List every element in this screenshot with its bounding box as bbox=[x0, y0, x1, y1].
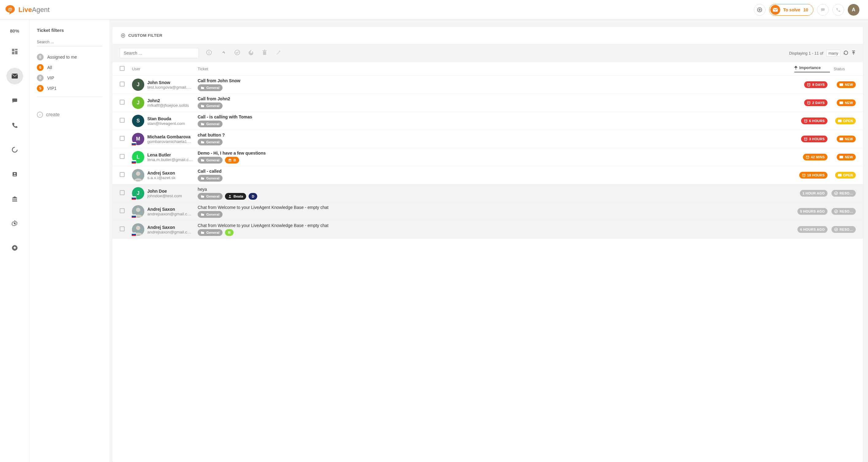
row-checkbox[interactable] bbox=[120, 172, 125, 177]
ticket-row[interactable]: MMichaela Gombarovagombarovamichaela1…ch… bbox=[112, 130, 863, 148]
phone-header-button[interactable] bbox=[832, 4, 844, 15]
nav-loading[interactable] bbox=[6, 141, 23, 158]
ticket-info: Chat from Welcome to your LiveAgent Know… bbox=[198, 205, 794, 218]
custom-filter-button[interactable]: CUSTOM FILTER bbox=[121, 33, 855, 38]
tag[interactable]: General bbox=[198, 229, 222, 236]
ticket-user: LLena Butlerlena.m.butler@gmail.c… bbox=[132, 151, 198, 163]
ticket-title: Demo - Hi, I have a few questions bbox=[198, 151, 794, 156]
row-checkbox[interactable] bbox=[120, 208, 125, 213]
user-name: Andrej Saxon bbox=[147, 207, 191, 212]
mail-icon bbox=[770, 5, 780, 15]
tag[interactable]: General bbox=[198, 102, 222, 109]
filter-item[interactable]: 0VIP bbox=[37, 73, 102, 83]
user-avatar bbox=[132, 169, 144, 181]
spam-action[interactable] bbox=[249, 50, 253, 57]
ticket-search-input[interactable] bbox=[120, 48, 199, 58]
chat-header-button[interactable] bbox=[817, 4, 829, 15]
tag[interactable]: R bbox=[225, 229, 234, 236]
ticket-row[interactable]: JJohn Snowtest.luongova@gmail.…Call from… bbox=[112, 76, 863, 94]
ticket-row[interactable]: JJohn2mfkaflf@jfioejioe.sofdsCall from J… bbox=[112, 94, 863, 112]
forward-action[interactable] bbox=[220, 50, 226, 57]
ticket-row[interactable]: SStan Boudastan@liveagent.comCall - is c… bbox=[112, 112, 863, 130]
nav-settings[interactable] bbox=[6, 215, 23, 232]
status-pill: NEW bbox=[837, 136, 856, 142]
to-solve-label: To solve bbox=[783, 7, 801, 12]
row-checkbox[interactable] bbox=[120, 118, 125, 123]
ticket-info: Call from John2General bbox=[198, 96, 794, 109]
tag[interactable]: General bbox=[198, 121, 222, 127]
select-all-checkbox[interactable] bbox=[120, 66, 125, 71]
phone-nav-icon bbox=[12, 122, 18, 128]
ticket-row[interactable]: Andrej Saxons.a.x.i@azet.skCall - called… bbox=[112, 166, 863, 185]
ticket-row[interactable]: Andrej Saxonandrejsaxon@gmail.c…Chat fro… bbox=[112, 202, 863, 221]
user-avatar: J bbox=[132, 78, 144, 91]
tag[interactable]: D bbox=[249, 193, 257, 200]
ticket-user: Andrej Saxons.a.x.i@azet.sk bbox=[132, 169, 198, 181]
row-checkbox[interactable] bbox=[120, 81, 125, 87]
nav-dashboard[interactable] bbox=[6, 43, 23, 60]
tag[interactable]: Beata bbox=[225, 193, 246, 200]
col-status-header[interactable]: Status bbox=[830, 67, 856, 71]
col-ticket-header[interactable]: Ticket bbox=[198, 67, 794, 71]
user-email: johndoe@test.com bbox=[147, 194, 182, 198]
refresh-button[interactable] bbox=[843, 50, 848, 56]
nav-tickets[interactable] bbox=[6, 68, 23, 85]
row-checkbox[interactable] bbox=[120, 154, 125, 159]
paging-select[interactable]: many bbox=[826, 50, 840, 57]
tag[interactable]: General bbox=[198, 85, 222, 91]
nav-calls[interactable] bbox=[6, 117, 23, 133]
delete-action[interactable] bbox=[262, 50, 267, 57]
tag[interactable]: General bbox=[198, 211, 222, 218]
user-email: test.luongova@gmail.… bbox=[147, 85, 191, 90]
contacts-icon bbox=[12, 171, 18, 177]
filter-item[interactable]: 5VIP1 bbox=[37, 83, 102, 94]
user-email: andrejsaxon@gmail.c… bbox=[147, 212, 191, 216]
ticket-row[interactable]: JJohn Doejohndoe@test.comheyaGeneralBeat… bbox=[112, 185, 863, 202]
user-name: Michaela Gombarova bbox=[147, 134, 191, 139]
user-avatar: L bbox=[132, 151, 144, 163]
create-label: create bbox=[46, 112, 60, 118]
collapse-button[interactable] bbox=[851, 50, 856, 56]
nav-chats[interactable] bbox=[6, 92, 23, 109]
col-user-header[interactable]: User bbox=[132, 67, 198, 71]
row-checkbox[interactable] bbox=[120, 190, 125, 195]
tag[interactable]: General bbox=[198, 175, 222, 182]
row-checkbox[interactable] bbox=[120, 226, 125, 231]
nav-extensions[interactable] bbox=[6, 240, 23, 256]
to-solve-button[interactable]: To solve 10 bbox=[769, 4, 813, 15]
ticket-info: Demo - Hi, I have a few questionsGeneral… bbox=[198, 151, 794, 164]
col-importance-header[interactable]: Importance bbox=[794, 65, 830, 72]
filter-item[interactable]: 0Assigned to me bbox=[37, 52, 102, 62]
filters-title: Ticket filters bbox=[37, 28, 102, 33]
envelope-icon bbox=[11, 73, 18, 79]
user-avatar-button[interactable]: A bbox=[848, 4, 859, 15]
nav-contacts[interactable] bbox=[6, 166, 23, 183]
row-checkbox[interactable] bbox=[120, 100, 125, 105]
plus-icon: ＋ bbox=[37, 112, 43, 118]
svg-rect-21 bbox=[262, 50, 267, 51]
tag[interactable]: General bbox=[198, 193, 222, 200]
tag[interactable]: General bbox=[198, 139, 222, 145]
create-filter-button[interactable]: ＋ create bbox=[37, 112, 102, 118]
filter-count-badge: 6 bbox=[37, 64, 43, 71]
status-pill: OPEN bbox=[835, 118, 856, 124]
ticket-row[interactable]: Andrej Saxonandrejsaxon@gmail.c…Chat fro… bbox=[112, 221, 863, 239]
filters-search-input[interactable] bbox=[37, 38, 102, 46]
info-action[interactable] bbox=[206, 50, 212, 57]
resolve-action[interactable] bbox=[235, 50, 240, 57]
logo[interactable]: @ LiveAgent bbox=[4, 4, 50, 15]
country-flag-icon bbox=[131, 196, 136, 200]
ticket-row[interactable]: LLena Butlerlena.m.butler@gmail.c…Demo -… bbox=[112, 148, 863, 166]
ticket-user: JJohn Snowtest.luongova@gmail.… bbox=[132, 78, 198, 91]
add-button[interactable] bbox=[754, 4, 766, 15]
user-avatar: S bbox=[132, 115, 144, 127]
row-checkbox[interactable] bbox=[120, 136, 125, 141]
spinner-icon bbox=[12, 146, 18, 153]
wand-action[interactable] bbox=[276, 50, 281, 57]
header-actions: To solve 10 A bbox=[754, 4, 859, 15]
tickets-list[interactable]: JJohn Snowtest.luongova@gmail.…Call from… bbox=[112, 76, 863, 462]
nav-knowledge[interactable] bbox=[6, 191, 23, 207]
filter-item[interactable]: 6All bbox=[37, 62, 102, 73]
tag[interactable]: B bbox=[225, 157, 239, 164]
tag[interactable]: General bbox=[198, 157, 222, 164]
